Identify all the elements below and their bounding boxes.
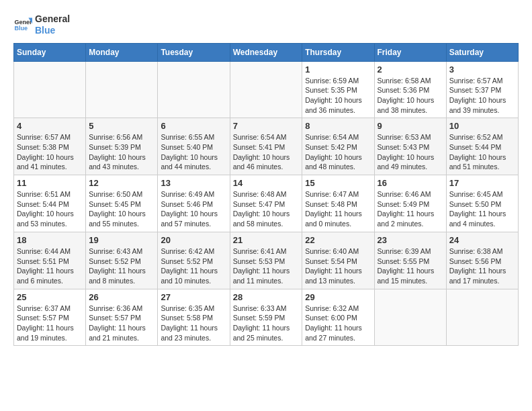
day-number: 5: [89, 121, 154, 131]
day-info: Sunrise: 6:49 AM Sunset: 5:46 PM Dayligh…: [161, 189, 226, 229]
calendar-cell: 28Sunrise: 6:33 AM Sunset: 5:59 PM Dayli…: [230, 289, 302, 346]
logo-icon: General Blue: [13, 15, 32, 34]
day-info: Sunrise: 6:52 AM Sunset: 5:44 PM Dayligh…: [449, 132, 515, 172]
day-number: 7: [233, 121, 300, 131]
calendar-cell: 12Sunrise: 6:50 AM Sunset: 5:45 PM Dayli…: [86, 175, 158, 232]
calendar-cell: 26Sunrise: 6:36 AM Sunset: 5:57 PM Dayli…: [86, 289, 158, 346]
week-row-0: 1Sunrise: 6:59 AM Sunset: 5:35 PM Daylig…: [14, 61, 519, 118]
calendar-cell: 9Sunrise: 6:53 AM Sunset: 5:43 PM Daylig…: [374, 118, 446, 175]
calendar-cell: 4Sunrise: 6:57 AM Sunset: 5:38 PM Daylig…: [14, 118, 86, 175]
day-number: 15: [305, 178, 371, 188]
day-info: Sunrise: 6:38 AM Sunset: 5:56 PM Dayligh…: [449, 246, 515, 286]
calendar-table: SundayMondayTuesdayWednesdayThursdayFrid…: [13, 43, 519, 347]
calendar-cell: 21Sunrise: 6:41 AM Sunset: 5:53 PM Dayli…: [230, 232, 302, 289]
calendar-cell: 22Sunrise: 6:40 AM Sunset: 5:54 PM Dayli…: [302, 232, 374, 289]
day-info: Sunrise: 6:35 AM Sunset: 5:58 PM Dayligh…: [161, 304, 226, 343]
day-info: Sunrise: 6:47 AM Sunset: 5:48 PM Dayligh…: [305, 189, 371, 229]
col-header-saturday: Saturday: [446, 43, 518, 61]
calendar-cell: 29Sunrise: 6:32 AM Sunset: 6:00 PM Dayli…: [302, 289, 374, 346]
day-number: 25: [17, 292, 83, 302]
day-info: Sunrise: 6:36 AM Sunset: 5:57 PM Dayligh…: [89, 304, 154, 343]
day-info: Sunrise: 6:33 AM Sunset: 5:59 PM Dayligh…: [233, 304, 300, 343]
col-header-thursday: Thursday: [302, 43, 374, 61]
header: General Blue General Blue: [13, 13, 519, 36]
calendar-cell: 25Sunrise: 6:37 AM Sunset: 5:57 PM Dayli…: [14, 289, 86, 346]
day-number: 23: [378, 235, 443, 245]
day-info: Sunrise: 6:54 AM Sunset: 5:41 PM Dayligh…: [233, 132, 300, 172]
day-number: 10: [449, 121, 515, 131]
calendar-cell: [158, 61, 230, 118]
day-number: 1: [305, 64, 371, 75]
day-number: 8: [305, 121, 371, 131]
day-info: Sunrise: 6:45 AM Sunset: 5:50 PM Dayligh…: [449, 189, 515, 229]
day-info: Sunrise: 6:57 AM Sunset: 5:38 PM Dayligh…: [17, 132, 83, 172]
day-info: Sunrise: 6:41 AM Sunset: 5:53 PM Dayligh…: [233, 246, 300, 286]
day-number: 24: [449, 235, 515, 245]
day-info: Sunrise: 6:46 AM Sunset: 5:49 PM Dayligh…: [378, 189, 443, 229]
calendar-cell: 2Sunrise: 6:58 AM Sunset: 5:36 PM Daylig…: [374, 61, 446, 118]
col-header-sunday: Sunday: [14, 43, 86, 61]
day-number: 4: [17, 121, 83, 131]
day-info: Sunrise: 6:37 AM Sunset: 5:57 PM Dayligh…: [17, 304, 83, 343]
day-info: Sunrise: 6:56 AM Sunset: 5:39 PM Dayligh…: [89, 132, 154, 172]
day-info: Sunrise: 6:43 AM Sunset: 5:52 PM Dayligh…: [89, 246, 154, 286]
day-number: 13: [161, 178, 226, 188]
day-info: Sunrise: 6:39 AM Sunset: 5:55 PM Dayligh…: [378, 246, 443, 286]
calendar-cell: 16Sunrise: 6:46 AM Sunset: 5:49 PM Dayli…: [374, 175, 446, 232]
day-number: 17: [449, 178, 515, 188]
calendar-cell: 14Sunrise: 6:48 AM Sunset: 5:47 PM Dayli…: [230, 175, 302, 232]
day-number: 27: [161, 292, 226, 302]
calendar-cell: 3Sunrise: 6:57 AM Sunset: 5:37 PM Daylig…: [446, 61, 518, 118]
calendar-cell: 15Sunrise: 6:47 AM Sunset: 5:48 PM Dayli…: [302, 175, 374, 232]
calendar-cell: [374, 289, 446, 346]
svg-text:Blue: Blue: [14, 25, 28, 32]
day-number: 16: [378, 178, 443, 188]
day-number: 6: [161, 121, 226, 131]
logo: General Blue General Blue: [13, 13, 70, 36]
day-number: 2: [378, 64, 443, 75]
day-number: 20: [161, 235, 226, 245]
day-info: Sunrise: 6:42 AM Sunset: 5:52 PM Dayligh…: [161, 246, 226, 286]
day-info: Sunrise: 6:40 AM Sunset: 5:54 PM Dayligh…: [305, 246, 371, 286]
day-info: Sunrise: 6:59 AM Sunset: 5:35 PM Dayligh…: [305, 76, 371, 116]
header-row: SundayMondayTuesdayWednesdayThursdayFrid…: [14, 43, 519, 61]
calendar-cell: 20Sunrise: 6:42 AM Sunset: 5:52 PM Dayli…: [158, 232, 230, 289]
calendar-cell: 23Sunrise: 6:39 AM Sunset: 5:55 PM Dayli…: [374, 232, 446, 289]
day-number: 11: [17, 178, 83, 188]
day-number: 22: [305, 235, 371, 245]
day-number: 14: [233, 178, 300, 188]
day-info: Sunrise: 6:32 AM Sunset: 6:00 PM Dayligh…: [305, 304, 371, 343]
day-number: 28: [233, 292, 300, 302]
col-header-monday: Monday: [86, 43, 158, 61]
calendar-cell: 18Sunrise: 6:44 AM Sunset: 5:51 PM Dayli…: [14, 232, 86, 289]
day-number: 18: [17, 235, 83, 245]
day-number: 29: [305, 292, 371, 302]
calendar-cell: 17Sunrise: 6:45 AM Sunset: 5:50 PM Dayli…: [446, 175, 518, 232]
week-row-1: 4Sunrise: 6:57 AM Sunset: 5:38 PM Daylig…: [14, 118, 519, 175]
calendar-cell: 5Sunrise: 6:56 AM Sunset: 5:39 PM Daylig…: [86, 118, 158, 175]
col-header-tuesday: Tuesday: [158, 43, 230, 61]
col-header-friday: Friday: [374, 43, 446, 61]
day-info: Sunrise: 6:55 AM Sunset: 5:40 PM Dayligh…: [161, 132, 226, 172]
day-info: Sunrise: 6:50 AM Sunset: 5:45 PM Dayligh…: [89, 189, 154, 229]
day-info: Sunrise: 6:51 AM Sunset: 5:44 PM Dayligh…: [17, 189, 83, 229]
calendar-cell: 1Sunrise: 6:59 AM Sunset: 5:35 PM Daylig…: [302, 61, 374, 118]
day-number: 19: [89, 235, 154, 245]
calendar-cell: [230, 61, 302, 118]
day-number: 26: [89, 292, 154, 302]
day-number: 12: [89, 178, 154, 188]
day-number: 21: [233, 235, 300, 245]
day-number: 9: [378, 121, 443, 131]
calendar-cell: 11Sunrise: 6:51 AM Sunset: 5:44 PM Dayli…: [14, 175, 86, 232]
calendar-cell: 7Sunrise: 6:54 AM Sunset: 5:41 PM Daylig…: [230, 118, 302, 175]
day-info: Sunrise: 6:53 AM Sunset: 5:43 PM Dayligh…: [378, 132, 443, 172]
day-info: Sunrise: 6:48 AM Sunset: 5:47 PM Dayligh…: [233, 189, 300, 229]
calendar-cell: 10Sunrise: 6:52 AM Sunset: 5:44 PM Dayli…: [446, 118, 518, 175]
day-number: 3: [449, 64, 515, 75]
week-row-3: 18Sunrise: 6:44 AM Sunset: 5:51 PM Dayli…: [14, 232, 519, 289]
calendar-cell: 8Sunrise: 6:54 AM Sunset: 5:42 PM Daylig…: [302, 118, 374, 175]
calendar-cell: [446, 289, 518, 346]
logo-blue: Blue: [35, 25, 70, 36]
calendar-cell: 6Sunrise: 6:55 AM Sunset: 5:40 PM Daylig…: [158, 118, 230, 175]
calendar-cell: [14, 61, 86, 118]
